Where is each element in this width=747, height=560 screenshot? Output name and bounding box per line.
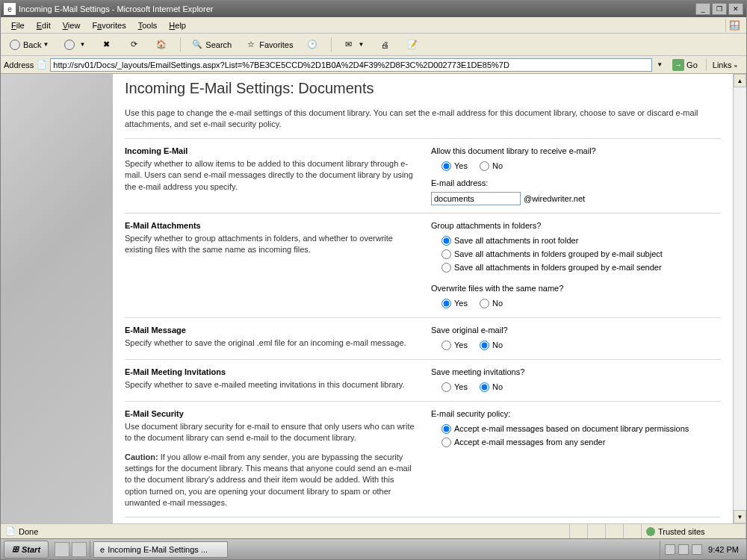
links-button[interactable]: Links »	[706, 59, 743, 71]
overwrite-yes[interactable]: Yes	[441, 299, 468, 308]
menu-file[interactable]: File	[5, 19, 31, 31]
meeting-desc: Specify whether to save e-mailed meeting…	[125, 379, 416, 391]
incoming-desc: Specify whether to allow items to be add…	[125, 158, 416, 193]
search-button[interactable]: 🔍Search	[186, 37, 237, 53]
page-intro: Use this page to change the e-mail setti…	[125, 108, 721, 131]
restore-button[interactable]: ❐	[712, 3, 727, 15]
address-bar: Address 📄 ▼ →Go Links »	[1, 56, 746, 74]
meeting-no[interactable]: No	[480, 382, 503, 392]
meeting-yes[interactable]: Yes	[441, 382, 468, 392]
system-tray: 9:42 PM	[660, 541, 746, 559]
shield-icon	[646, 527, 655, 536]
section-meeting: E-Mail Meeting Invitations Specify wheth…	[125, 359, 721, 401]
ie-icon: e	[4, 3, 16, 15]
attach-opt2[interactable]: Save all attachments in folders grouped …	[441, 249, 721, 259]
attach-desc: Specify whether to group attachments in …	[125, 233, 416, 256]
security-heading: E-Mail Security	[125, 409, 416, 418]
saveeml-yes[interactable]: Yes	[441, 340, 468, 350]
start-button[interactable]: ⊞Start	[4, 541, 49, 559]
tray-icon[interactable]	[678, 544, 689, 555]
overwrite-no[interactable]: No	[480, 299, 503, 308]
security-q1: E-mail security policy:	[431, 409, 721, 418]
meeting-heading: E-Mail Meeting Invitations	[125, 367, 416, 376]
attach-q2: Overwrite files with the same name?	[431, 284, 721, 293]
status-text: 📄Done	[1, 524, 570, 538]
menu-tools[interactable]: Tools	[132, 19, 164, 31]
incoming-no[interactable]: No	[480, 161, 503, 171]
edit-button[interactable]: 📝	[401, 37, 426, 53]
ie-icon: e	[100, 545, 105, 554]
titlebar: e Incoming E-Mail Settings - Microsoft I…	[1, 1, 746, 17]
incoming-question: Allow this document library to receive e…	[431, 146, 721, 155]
section-attachments: E-Mail Attachments Specify whether to gr…	[125, 213, 721, 317]
address-label: Address	[4, 60, 34, 69]
security-opt1[interactable]: Accept e-mail messages based on document…	[441, 424, 721, 434]
section-incoming: Incoming E-Mail Specify whether to allow…	[125, 138, 721, 213]
address-dropdown[interactable]: ▼	[655, 61, 664, 68]
quick-launch	[52, 541, 90, 559]
main-column: Incoming E-Mail Settings: Documents Use …	[113, 74, 733, 523]
windows-icon: ⊞	[12, 544, 19, 554]
scroll-up-button[interactable]: ▲	[734, 74, 746, 87]
attach-q1: Group attachments in folders?	[431, 221, 721, 230]
home-button[interactable]: 🏠	[150, 37, 175, 53]
clock: 9:42 PM	[705, 545, 742, 554]
security-opt2[interactable]: Accept e-mail messages from any sender	[441, 438, 721, 447]
meeting-q1: Save meeting invitations?	[431, 367, 721, 376]
incoming-heading: Incoming E-Mail	[125, 146, 416, 155]
message-q1: Save original e-mail?	[431, 326, 721, 335]
content-area: Incoming E-Mail Settings: Documents Use …	[1, 74, 746, 523]
stop-button[interactable]: ✖	[95, 37, 120, 53]
menu-favorites[interactable]: Favorites	[86, 19, 131, 31]
forward-button[interactable]: ▼	[58, 37, 92, 53]
favorites-button[interactable]: ☆Favorites	[240, 37, 298, 53]
print-button[interactable]: 🖨	[374, 37, 398, 53]
email-label: E-mail address:	[431, 178, 721, 187]
attach-opt1[interactable]: Save all attachments in root folder	[441, 236, 721, 246]
close-button[interactable]: ✕	[728, 3, 743, 15]
ie-logo-icon: 🪟	[725, 19, 743, 32]
message-desc: Specify whether to save the original .em…	[125, 337, 416, 349]
browser-window: e Incoming E-Mail Settings - Microsoft I…	[0, 0, 747, 560]
attach-opt3[interactable]: Save all attachments in folders grouped …	[441, 263, 721, 273]
address-input[interactable]	[50, 58, 652, 72]
status-bar: 📄Done Trusted sites	[1, 523, 746, 538]
back-button[interactable]: Back▼	[4, 37, 55, 53]
attach-heading: E-Mail Attachments	[125, 221, 416, 230]
incoming-yes[interactable]: Yes	[441, 161, 468, 171]
email-input[interactable]	[431, 192, 521, 205]
toolbar: Back▼ ▼ ✖ ⟳ 🏠 🔍Search ☆Favorites 🕑 ✉▼ 🖨 …	[1, 34, 746, 56]
menu-bar: File Edit View Favorites Tools Help 🪟	[1, 17, 746, 34]
mail-button[interactable]: ✉▼	[337, 37, 371, 53]
refresh-button[interactable]: ⟳	[123, 37, 147, 53]
window-title: Incoming E-Mail Settings - Microsoft Int…	[19, 4, 213, 13]
menu-help[interactable]: Help	[163, 19, 192, 31]
task-button[interactable]: eIncoming E-Mail Settings ...	[93, 541, 228, 558]
tray-icon[interactable]	[665, 544, 675, 555]
minimize-button[interactable]: _	[695, 3, 710, 15]
go-button[interactable]: →Go	[667, 57, 703, 72]
menu-view[interactable]: View	[57, 19, 87, 31]
taskbar: ⊞Start eIncoming E-Mail Settings ... 9:4…	[1, 538, 746, 559]
menu-edit[interactable]: Edit	[31, 19, 57, 31]
page-title: Incoming E-Mail Settings: Documents	[125, 80, 721, 97]
quick-launch-item[interactable]	[72, 542, 87, 557]
saveeml-no[interactable]: No	[480, 340, 503, 350]
message-heading: E-Mail Message	[125, 326, 416, 335]
section-security: E-Mail Security Use document library sec…	[125, 401, 721, 517]
email-domain: @wiredwriter.net	[524, 194, 585, 203]
left-margin	[1, 74, 113, 523]
security-desc: Use document library security for e-mail…	[125, 421, 416, 444]
button-row: OK Cancel	[125, 517, 721, 523]
scroll-down-button[interactable]: ▼	[734, 510, 746, 523]
quick-launch-item[interactable]	[55, 542, 69, 557]
history-button[interactable]: 🕑	[301, 37, 326, 53]
tray-icon[interactable]	[692, 544, 702, 555]
section-message: E-Mail Message Specify whether to save t…	[125, 317, 721, 359]
vertical-scrollbar[interactable]: ▲ ▼	[733, 74, 746, 523]
security-zone: Trusted sites	[642, 524, 746, 538]
security-caution: Caution: If you allow e-mail from any se…	[125, 452, 416, 509]
page-icon: 📄	[37, 60, 47, 69]
